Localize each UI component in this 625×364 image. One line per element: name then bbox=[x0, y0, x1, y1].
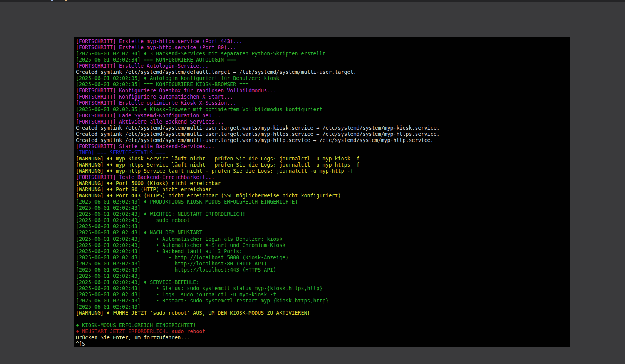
terminal-text-segment: [2025-06-01 02:02:43] • Backend läuft au… bbox=[76, 249, 242, 254]
terminal-line: [2025-06-01 02:02:43] bbox=[76, 224, 568, 230]
terminal-line: [INFO] === SERVICE-STATUS === bbox=[76, 150, 568, 156]
terminal-line: [WARNUNG] ♦♦ myp-http Service läuft nich… bbox=[76, 168, 568, 174]
terminal-text-segment: [WARNUNG] ♦♦ myp-kiosk Service läuft nic… bbox=[76, 156, 360, 162]
terminal-line: [2025-06-01 02:02:43] • Logs: sudo journ… bbox=[76, 292, 568, 298]
terminal-text-segment: Created symlink /etc/systemd/system/mult… bbox=[76, 131, 440, 137]
terminal[interactable]: [FORTSCHRITT] Erstelle myp-https.service… bbox=[74, 37, 570, 347]
terminal-output: [FORTSCHRITT] Erstelle myp-https.service… bbox=[76, 38, 568, 347]
terminal-text-segment: [2025-06-01 02:02:35] ♦ Kiosk-Browser mi… bbox=[76, 107, 322, 112]
terminal-text-segment: [2025-06-01 02:02:43] bbox=[76, 224, 141, 229]
terminal-line: [2025-06-01 02:02:35] === KONFIGURIERE K… bbox=[76, 82, 568, 88]
terminal-line: [WARNUNG] ♦♦ Port 5000 (Kiosk) nicht err… bbox=[76, 180, 568, 187]
terminal-line: [2025-06-01 02:02:35] ♦ Autologin konfig… bbox=[76, 75, 568, 82]
top-edge-speck bbox=[51, 0, 53, 1]
terminal-line bbox=[76, 316, 568, 322]
terminal-text-segment: [WARNUNG] ♦♦ Port 80 (HTTP) nicht erreic… bbox=[76, 187, 211, 192]
terminal-text-segment: sudo reboot bbox=[171, 329, 205, 334]
terminal-line: [2025-06-01 02:02:43] • Restart: sudo sy… bbox=[76, 298, 568, 304]
terminal-line: Drücken Sie Enter, um fortzufahren... bbox=[76, 335, 568, 341]
terminal-text-segment: [2025-06-01 02:02:43] • Status: sudo sys… bbox=[76, 286, 322, 291]
terminal-text-segment: [2025-06-01 02:02:34] === KONFIGURIERE A… bbox=[76, 57, 236, 63]
terminal-line: [WARNUNG] ♦♦ Port 443 (HTTPS) nicht erre… bbox=[76, 193, 568, 199]
terminal-line: [FORTSCHRITT] Erstelle myp-https.service… bbox=[76, 38, 568, 45]
terminal-text-segment: [FORTSCHRITT] Aktiviere alle Backend-Ser… bbox=[76, 119, 224, 125]
terminal-text-segment: ♦ NEUSTART JETZT ERFORDERLICH: bbox=[76, 329, 171, 334]
terminal-line: [FORTSCHRITT] Konfiguriere automatischen… bbox=[76, 94, 568, 100]
terminal-text-segment: [2025-06-01 02:02:43] • Automatischer Lo… bbox=[76, 236, 282, 242]
terminal-line: [WARNUNG] ♦♦ myp-kiosk Service läuft nic… bbox=[76, 156, 568, 162]
terminal-text-segment: [FORTSCHRITT] Erstelle myp-http.service … bbox=[76, 45, 236, 50]
terminal-line: [2025-06-01 02:02:43] ♦ PRODUKTIONS-KIOS… bbox=[76, 199, 568, 205]
terminal-line: [FORTSCHRITT] Aktiviere alle Backend-Ser… bbox=[76, 119, 568, 125]
terminal-text-segment: [2025-06-01 02:02:43] bbox=[76, 304, 141, 310]
terminal-text-segment: [FORTSCHRITT] Konfiguriere Openbox für r… bbox=[76, 88, 276, 94]
terminal-text-segment: [2025-06-01 02:02:43] - http://localhost… bbox=[76, 255, 288, 260]
terminal-text-segment: [2025-06-01 02:02:35] ♦ Autologin konfig… bbox=[76, 75, 279, 81]
terminal-text-segment: [FORTSCHRITT] Teste Backend-Erreichbarke… bbox=[76, 174, 214, 180]
terminal-line: [FORTSCHRITT] Lade Systemd-Konfiguration… bbox=[76, 113, 568, 119]
terminal-text-segment: [2025-06-01 02:02:35] === KONFIGURIERE K… bbox=[76, 82, 248, 87]
terminal-line: [2025-06-01 02:02:43] bbox=[76, 273, 568, 279]
terminal-text-segment: [FORTSCHRITT] Konfiguriere automatischen… bbox=[76, 94, 233, 100]
terminal-text-segment: Drücken Sie Enter, um fortzufahren... bbox=[76, 335, 190, 341]
terminal-line: [FORTSCHRITT] Erstelle myp-http.service … bbox=[76, 45, 568, 51]
terminal-text-segment: ^[S bbox=[76, 341, 85, 347]
terminal-text-segment: [2025-06-01 02:02:34] ♦ 3 Backend-Servic… bbox=[76, 51, 325, 57]
terminal-line: Created symlink /etc/systemd/system/mult… bbox=[76, 131, 568, 137]
terminal-text-segment: [WARNUNG] ♦ FÜHRE JETZT 'sudo reboot' AU… bbox=[76, 310, 310, 316]
terminal-text-segment: [2025-06-01 02:02:43] ♦ WICHTIG: NEUSTAR… bbox=[76, 211, 245, 217]
terminal-line: [FORTSCHRITT] Erstelle Autologin-Service… bbox=[76, 63, 568, 69]
terminal-text-segment: [FORTSCHRITT] Erstelle Autologin-Service… bbox=[76, 63, 208, 69]
terminal-text-segment: [FORTSCHRITT] Erstelle myp-https.service… bbox=[76, 38, 242, 44]
terminal-text-segment: [FORTSCHRITT] Lade Systemd-Konfiguration… bbox=[76, 113, 221, 119]
terminal-line: [2025-06-01 02:02:43] ♦ WICHTIG: NEUSTAR… bbox=[76, 211, 568, 217]
terminal-text-segment: [2025-06-01 02:02:43] • Logs: sudo journ… bbox=[76, 292, 276, 297]
terminal-line: ♦ NEUSTART JETZT ERFORDERLICH: sudo rebo… bbox=[76, 329, 568, 335]
terminal-text-segment: [WARNUNG] ♦♦ Port 443 (HTTPS) nicht erre… bbox=[76, 193, 341, 199]
terminal-line: [2025-06-01 02:02:34] ♦ 3 Backend-Servic… bbox=[76, 51, 568, 57]
terminal-line: [2025-06-01 02:02:43] • Status: sudo sys… bbox=[76, 286, 568, 292]
terminal-line: [2025-06-01 02:02:43] ♦ SERVICE-BEFEHLE: bbox=[76, 279, 568, 286]
terminal-text-segment: [2025-06-01 02:02:43] ♦ PRODUKTIONS-KIOS… bbox=[76, 199, 298, 205]
terminal-line: ^[S_ bbox=[76, 341, 568, 347]
terminal-line: [2025-06-01 02:02:43] • Backend läuft au… bbox=[76, 249, 568, 255]
terminal-text-segment: [2025-06-01 02:02:43] ♦ NACH DEM NEUSTAR… bbox=[76, 230, 205, 235]
top-edge-speck bbox=[65, 0, 67, 1]
terminal-line: [WARNUNG] ♦♦ Port 80 (HTTP) nicht erreic… bbox=[76, 187, 568, 193]
terminal-cursor: _ bbox=[85, 341, 88, 347]
terminal-text-segment: [WARNUNG] ♦♦ Port 5000 (Kiosk) nicht err… bbox=[76, 180, 221, 186]
terminal-text-segment: [FORTSCHRITT] Starte alle Backend-Servic… bbox=[76, 144, 214, 149]
terminal-line: [2025-06-01 02:02:43] - http://localhost… bbox=[76, 261, 568, 267]
terminal-text-segment: [FORTSCHRITT] Erstelle optimierte Kiosk … bbox=[76, 100, 236, 106]
terminal-line: Created symlink /etc/systemd/system/mult… bbox=[76, 137, 568, 144]
terminal-line: Created symlink /etc/systemd/system/mult… bbox=[76, 125, 568, 131]
terminal-text-segment: [2025-06-01 02:02:43] sudo reboot bbox=[76, 217, 190, 223]
terminal-text-segment: Created symlink /etc/systemd/system/mult… bbox=[76, 125, 440, 131]
terminal-text-segment: [2025-06-01 02:02:43] - http://localhost… bbox=[76, 261, 267, 267]
terminal-line: [FORTSCHRITT] Konfiguriere Openbox für r… bbox=[76, 88, 568, 94]
terminal-line: [WARNUNG] ♦♦ myp-https Service läuft nic… bbox=[76, 162, 568, 168]
terminal-line: [FORTSCHRITT] Erstelle optimierte Kiosk … bbox=[76, 100, 568, 106]
terminal-text-segment: [2025-06-01 02:02:43] - https://localhos… bbox=[76, 267, 276, 273]
top-edge-bar bbox=[0, 0, 625, 2]
terminal-line: [FORTSCHRITT] Starte alle Backend-Servic… bbox=[76, 144, 568, 150]
terminal-line: [2025-06-01 02:02:43] • Automatischer X-… bbox=[76, 242, 568, 249]
terminal-line: [2025-06-01 02:02:34] === KONFIGURIERE A… bbox=[76, 57, 568, 63]
terminal-line: [2025-06-01 02:02:43] sudo reboot bbox=[76, 217, 568, 224]
terminal-line: [FORTSCHRITT] Teste Backend-Erreichbarke… bbox=[76, 174, 568, 180]
terminal-text-segment: ♦ KIOSK-MODUS ERFOLGREICH EINGERICHTET! bbox=[76, 322, 196, 328]
terminal-text-segment: [INFO] === SERVICE-STATUS === bbox=[76, 150, 165, 155]
terminal-line: [2025-06-01 02:02:43] - https://localhos… bbox=[76, 267, 568, 273]
terminal-line: [2025-06-01 02:02:43] bbox=[76, 205, 568, 211]
terminal-line: [2025-06-01 02:02:43] - http://localhost… bbox=[76, 255, 568, 261]
terminal-line: [2025-06-01 02:02:35] ♦ Kiosk-Browser mi… bbox=[76, 107, 568, 113]
terminal-line: [2025-06-01 02:02:43] • Automatischer Lo… bbox=[76, 236, 568, 242]
terminal-text-segment: [2025-06-01 02:02:43] • Restart: sudo sy… bbox=[76, 298, 328, 304]
terminal-line: ♦ KIOSK-MODUS ERFOLGREICH EINGERICHTET! bbox=[76, 322, 568, 329]
terminal-text-segment: Created symlink /etc/systemd/system/mult… bbox=[76, 137, 434, 143]
terminal-text-segment: [WARNUNG] ♦♦ myp-http Service läuft nich… bbox=[76, 168, 354, 174]
terminal-line: Created symlink /etc/systemd/system/defa… bbox=[76, 69, 568, 75]
terminal-text-segment: [2025-06-01 02:02:43] bbox=[76, 205, 141, 211]
terminal-text-segment: [2025-06-01 02:02:43] • Automatischer X-… bbox=[76, 242, 285, 248]
terminal-line: [2025-06-01 02:02:43] ♦ NACH DEM NEUSTAR… bbox=[76, 230, 568, 236]
